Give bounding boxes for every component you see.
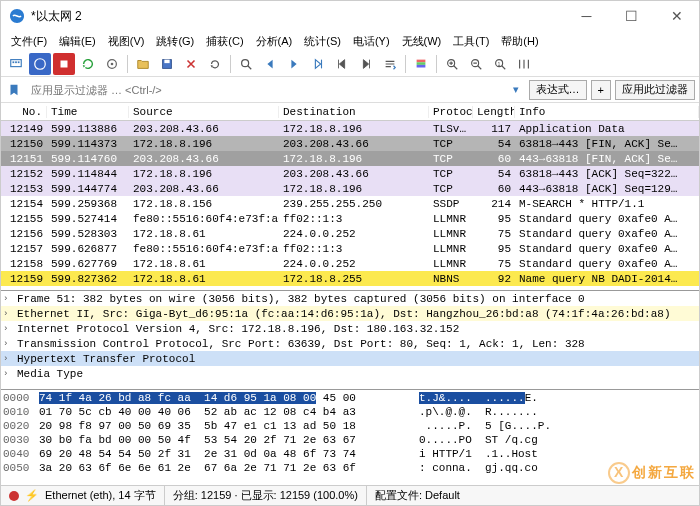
col-info[interactable]: Info	[515, 106, 699, 118]
zoom-in-icon[interactable]	[441, 53, 463, 75]
options-icon[interactable]	[101, 53, 123, 75]
svg-point-9	[242, 59, 249, 66]
goto-packet-icon[interactable]	[307, 53, 329, 75]
svg-rect-4	[61, 60, 68, 67]
detail-row[interactable]: ›Media Type	[1, 366, 699, 381]
expand-icon[interactable]: ›	[3, 294, 8, 304]
packet-list-pane: No. Time Source Destination Protoc Lengt…	[1, 103, 699, 290]
stop-capture-icon[interactable]	[53, 53, 75, 75]
col-time[interactable]: Time	[47, 106, 129, 118]
detail-row[interactable]: ›Internet Protocol Version 4, Src: 172.1…	[1, 321, 699, 336]
menubar: 文件(F)编辑(E)视图(V)跳转(G)捕获(C)分析(A)统计(S)电话(Y)…	[1, 31, 699, 51]
packet-list-body[interactable]: 12149599.113886203.208.43.66172.18.8.196…	[1, 121, 699, 286]
expand-icon[interactable]: ›	[3, 309, 8, 319]
svg-text:1: 1	[497, 60, 500, 66]
svg-rect-8	[164, 59, 169, 63]
reload-icon[interactable]	[204, 53, 226, 75]
hex-offsets: 000000100020003000400050	[1, 390, 37, 485]
svg-rect-12	[417, 64, 426, 67]
packet-row[interactable]: 12159599.827362172.18.8.61172.18.8.255NB…	[1, 271, 699, 286]
capture-indicator-icon	[9, 491, 19, 501]
packet-row[interactable]: 12153599.144774203.208.43.66172.18.8.196…	[1, 181, 699, 196]
status-bar: ⚡ Ethernet (eth), 14 字节 分组: 12159 · 已显示:…	[1, 485, 699, 505]
zoom-reset-icon[interactable]: 1	[489, 53, 511, 75]
menu-item[interactable]: 工具(T)	[447, 34, 495, 49]
menu-item[interactable]: 视图(V)	[102, 34, 151, 49]
menu-item[interactable]: 编辑(E)	[53, 34, 102, 49]
first-packet-icon[interactable]	[331, 53, 353, 75]
separator	[127, 55, 128, 73]
apply-filter-button[interactable]: 应用此过滤器	[615, 80, 695, 100]
detail-row[interactable]: ›Ethernet II, Src: Giga-Byt_d6:95:1a (fc…	[1, 306, 699, 321]
app-icon	[9, 8, 25, 24]
svg-point-6	[111, 62, 114, 65]
packet-row[interactable]: 12157599.626877fe80::5516:60f4:e73f:a0e5…	[1, 241, 699, 256]
minimize-button[interactable]: ─	[564, 1, 609, 31]
last-packet-icon[interactable]	[355, 53, 377, 75]
col-length[interactable]: Length	[473, 106, 515, 118]
packet-row[interactable]: 12156599.528303172.18.8.61224.0.0.252LLM…	[1, 226, 699, 241]
zoom-out-icon[interactable]	[465, 53, 487, 75]
col-no[interactable]: No.	[1, 106, 47, 118]
save-icon[interactable]	[156, 53, 178, 75]
hex-ascii: t.J&.... ......E..p\.@.@. R....... .....…	[417, 390, 699, 485]
display-filter-input[interactable]	[27, 80, 503, 100]
status-packets: 分组: 12159 · 已显示: 12159 (100.0%)	[165, 486, 367, 505]
col-protocol[interactable]: Protoc	[429, 106, 473, 118]
col-source[interactable]: Source	[129, 106, 279, 118]
status-left: ⚡ Ethernet (eth), 14 字节	[1, 486, 165, 505]
restart-capture-icon[interactable]	[77, 53, 99, 75]
menu-item[interactable]: 无线(W)	[396, 34, 448, 49]
expression-button[interactable]: 表达式…	[529, 80, 587, 100]
filter-bar: ▾ 表达式… + 应用此过滤器	[1, 77, 699, 103]
expand-icon[interactable]: ›	[3, 354, 8, 364]
auto-scroll-icon[interactable]	[379, 53, 401, 75]
detail-row[interactable]: ›Hypertext Transfer Protocol	[1, 351, 699, 366]
add-filter-button[interactable]: +	[591, 80, 611, 100]
start-capture-icon[interactable]	[29, 53, 51, 75]
packet-bytes-pane[interactable]: 000000100020003000400050 74 1f 4a 26 bd …	[1, 389, 699, 485]
separator	[230, 55, 231, 73]
find-icon[interactable]	[235, 53, 257, 75]
menu-item[interactable]: 跳转(G)	[150, 34, 200, 49]
resize-columns-icon[interactable]	[513, 53, 535, 75]
expand-icon[interactable]: ›	[3, 324, 8, 334]
window-title: *以太网 2	[31, 8, 564, 25]
toolbar: 1	[1, 51, 699, 77]
packet-list-header[interactable]: No. Time Source Destination Protoc Lengt…	[1, 103, 699, 121]
col-destination[interactable]: Destination	[279, 106, 429, 118]
status-profile[interactable]: 配置文件: Default	[367, 486, 699, 505]
menu-item[interactable]: 帮助(H)	[495, 34, 544, 49]
packet-row[interactable]: 12154599.259368172.18.8.156239.255.255.2…	[1, 196, 699, 211]
svg-rect-2	[15, 61, 17, 63]
expert-icon[interactable]: ⚡	[25, 489, 39, 502]
interfaces-icon[interactable]	[5, 53, 27, 75]
packet-row[interactable]: 12158599.627769172.18.8.61224.0.0.252LLM…	[1, 256, 699, 271]
expand-icon[interactable]: ›	[3, 369, 8, 379]
packet-row[interactable]: 12151599.114760203.208.43.66172.18.8.196…	[1, 151, 699, 166]
packet-row[interactable]: 12155599.527414fe80::5516:60f4:e73f:a0e5…	[1, 211, 699, 226]
maximize-button[interactable]: ☐	[609, 1, 654, 31]
close-file-icon[interactable]	[180, 53, 202, 75]
bookmark-icon[interactable]	[5, 81, 23, 99]
close-button[interactable]: ✕	[654, 1, 699, 31]
packet-row[interactable]: 12152599.114844172.18.8.196203.208.43.66…	[1, 166, 699, 181]
svg-rect-10	[417, 59, 426, 62]
menu-item[interactable]: 分析(A)	[250, 34, 299, 49]
menu-item[interactable]: 文件(F)	[5, 34, 53, 49]
menu-item[interactable]: 统计(S)	[298, 34, 347, 49]
detail-row[interactable]: ›Frame 51: 382 bytes on wire (3056 bits)…	[1, 291, 699, 306]
colorize-icon[interactable]	[410, 53, 432, 75]
next-packet-icon[interactable]	[283, 53, 305, 75]
open-icon[interactable]	[132, 53, 154, 75]
dropdown-icon[interactable]: ▾	[507, 81, 525, 99]
hex-bytes[interactable]: 74 1f 4a 26 bd a8 fc aa 14 d6 95 1a 08 0…	[37, 390, 417, 485]
packet-details-pane[interactable]: ›Frame 51: 382 bytes on wire (3056 bits)…	[1, 290, 699, 389]
menu-item[interactable]: 电话(Y)	[347, 34, 396, 49]
packet-row[interactable]: 12150599.114373172.18.8.196203.208.43.66…	[1, 136, 699, 151]
expand-icon[interactable]: ›	[3, 339, 8, 349]
detail-row[interactable]: ›Transmission Control Protocol, Src Port…	[1, 336, 699, 351]
packet-row[interactable]: 12149599.113886203.208.43.66172.18.8.196…	[1, 121, 699, 136]
prev-packet-icon[interactable]	[259, 53, 281, 75]
menu-item[interactable]: 捕获(C)	[200, 34, 249, 49]
